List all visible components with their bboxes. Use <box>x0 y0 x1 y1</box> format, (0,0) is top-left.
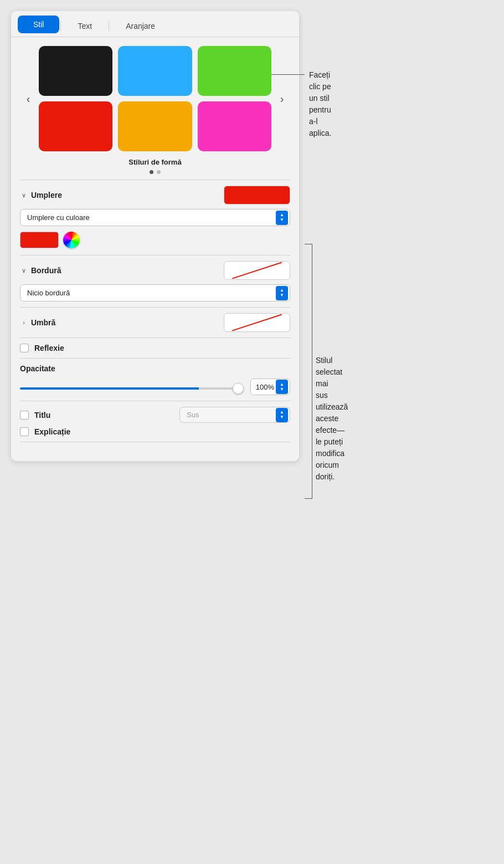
shadow-chevron-icon[interactable]: › <box>20 319 28 326</box>
divider-7 <box>20 442 290 442</box>
divider-3 <box>20 307 290 308</box>
opacity-section: Opacitate ▲ ▼ <box>20 364 290 395</box>
caption-section: Explicație <box>20 427 290 436</box>
fill-type-select[interactable]: Umplere cu culoare <box>20 209 290 226</box>
shadow-section: › Umbră <box>20 313 290 332</box>
border-type-row: Nicio bordură ▲ ▼ <box>20 284 290 301</box>
fill-label-row: ∨ Umplere <box>20 191 62 200</box>
prev-style-arrow[interactable]: ‹ <box>20 93 37 105</box>
callout-2: Stilul selectat maisus utilizează aceste… <box>305 244 348 499</box>
opacity-slider-wrapper <box>20 382 244 392</box>
fill-section-row: ∨ Umplere <box>20 186 290 205</box>
reflection-section: Reflexie <box>20 344 290 352</box>
divider-6 <box>20 401 290 401</box>
panel-content: ‹ › Stiluri de formă <box>11 37 299 461</box>
opacity-slider-row: ▲ ▼ <box>20 379 290 395</box>
reflection-checkbox[interactable] <box>20 344 29 352</box>
tab-text[interactable]: Text <box>62 17 107 35</box>
style-swatch-green[interactable] <box>198 46 271 96</box>
title-row: Titlu Sus ▲ ▼ <box>20 407 290 423</box>
fill-color-preview[interactable] <box>224 186 290 205</box>
fill-type-select-wrapper: Umplere cu culoare ▲ ▼ <box>20 209 290 226</box>
caption-checkbox[interactable] <box>20 427 29 436</box>
fill-chevron-icon[interactable]: ∨ <box>20 192 28 199</box>
tab-aranjare[interactable]: Aranjare <box>110 17 171 35</box>
title-checkbox[interactable] <box>20 411 29 420</box>
fill-color-swatch[interactable] <box>20 232 59 248</box>
divider-1 <box>20 180 290 180</box>
style-swatch-black[interactable] <box>39 46 112 96</box>
divider-4 <box>20 338 290 338</box>
shape-styles-section: ‹ › Stiluri de formă <box>20 46 290 174</box>
fill-type-row: Umplere cu culoare ▲ ▼ <box>20 209 290 226</box>
dot-1 <box>150 170 153 174</box>
tab-bar: Stil Text Aranjare <box>11 11 299 37</box>
callout-1-text: Faceți clic pe un stilpentru a-l aplica. <box>309 69 331 139</box>
border-type-select-wrapper: Nicio bordură ▲ ▼ <box>20 284 290 301</box>
border-title: Bordură <box>31 266 61 275</box>
opacity-value-wrap: ▲ ▼ <box>250 379 290 395</box>
styles-nav: ‹ › <box>20 46 290 151</box>
fill-color-row <box>20 232 290 248</box>
reflection-label: Reflexie <box>34 344 64 352</box>
shadow-section-row: › Umbră <box>20 313 290 332</box>
callout-1-line <box>271 74 305 75</box>
border-type-select[interactable]: Nicio bordură <box>20 284 290 301</box>
opacity-value-input[interactable] <box>250 379 290 395</box>
fill-section: ∨ Umplere Umplere cu culoare ▲ ▼ <box>20 186 290 248</box>
callout-2-text: Stilul selectat maisus utilizează aceste… <box>316 355 348 483</box>
style-swatch-orange[interactable] <box>118 101 192 151</box>
style-swatch-red[interactable] <box>39 101 112 151</box>
border-label-row: ∨ Bordură <box>20 266 61 275</box>
opacity-title: Opacitate <box>20 364 290 373</box>
shadow-title: Umbră <box>31 318 55 327</box>
style-panel: Stil Text Aranjare ‹ <box>11 11 299 461</box>
callout-2-bracket <box>305 244 312 499</box>
tab-divider-2 <box>109 21 109 31</box>
title-label: Titlu <box>34 411 50 420</box>
page-dots <box>20 170 290 174</box>
border-color-preview[interactable] <box>224 261 290 280</box>
border-section: ∨ Bordură Nicio bordură ▲ ▼ <box>20 261 290 301</box>
shadow-label-row: › Umbră <box>20 318 55 327</box>
caption-label: Explicație <box>34 427 70 436</box>
title-position-select[interactable]: Sus <box>179 407 290 423</box>
styles-label: Stiluri de formă <box>128 158 181 166</box>
style-swatch-pink[interactable] <box>198 101 271 151</box>
title-position-wrap: Sus ▲ ▼ <box>179 407 290 423</box>
border-chevron-icon[interactable]: ∨ <box>20 267 28 274</box>
shadow-color-preview[interactable] <box>224 313 290 332</box>
color-wheel-button[interactable] <box>63 232 80 248</box>
tab-stil[interactable]: Stil <box>18 16 59 33</box>
styles-label-row: Stiluri de formă <box>20 157 290 167</box>
divider-2 <box>20 255 290 255</box>
styles-grid <box>37 46 274 151</box>
divider-5 <box>20 358 290 359</box>
dot-2 <box>157 170 161 174</box>
fill-title: Umplere <box>31 191 62 200</box>
tab-divider <box>60 21 61 31</box>
callout-1: Faceți clic pe un stilpentru a-l aplica. <box>271 69 331 139</box>
title-left: Titlu <box>20 411 50 420</box>
border-section-row: ∨ Bordură <box>20 261 290 280</box>
style-swatch-blue[interactable] <box>118 46 192 96</box>
opacity-slider[interactable] <box>20 387 244 390</box>
